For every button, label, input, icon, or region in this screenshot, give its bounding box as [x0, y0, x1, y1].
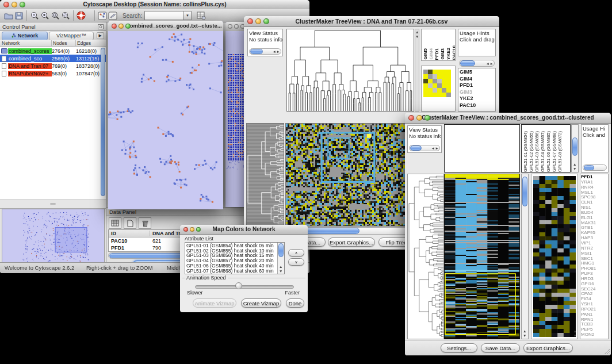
column-label[interactable]: GPL51-04 (GSM857) [540, 131, 545, 172]
zoom-button[interactable] [125, 24, 131, 29]
close-button[interactable] [112, 24, 117, 29]
column-dendrogram[interactable] [286, 29, 414, 112]
minimize-button[interactable] [255, 18, 261, 24]
gene-label[interactable]: GIM3 [460, 89, 495, 96]
animation-slider-track[interactable] [195, 285, 294, 289]
zoom-out-icon[interactable] [29, 10, 40, 21]
resize-grip-icon[interactable] [603, 348, 610, 355]
treeview-combined-titlebar[interactable]: ClusterMaker TreeView : combined_scores_… [405, 113, 611, 124]
annotation-icon[interactable] [108, 10, 118, 21]
gene-label[interactable]: MSL1 [581, 190, 607, 196]
view-status-scrollbar[interactable]: ◄► [249, 48, 281, 55]
close-button[interactable] [228, 24, 232, 29]
scroll-up-icon[interactable]: ▲ [573, 329, 577, 333]
column-tree-area[interactable] [444, 124, 520, 173]
move-up-button[interactable]: ∧ [288, 249, 304, 256]
save-session-icon[interactable] [14, 10, 24, 21]
gene-label[interactable]: YSH1 [581, 302, 607, 307]
tab-vizmapper[interactable]: VizMapper™ [49, 32, 94, 40]
export-graphics-button[interactable]: Export Graphics... [523, 343, 573, 352]
gene-label[interactable]: PUF3 [581, 271, 607, 277]
select-attributes-icon[interactable] [109, 217, 121, 229]
minimize-button[interactable] [118, 24, 124, 29]
zoom-button[interactable] [196, 227, 201, 232]
gene-label[interactable]: NIS1 [581, 205, 607, 210]
gene-label[interactable]: YRA1 [581, 180, 607, 185]
done-button[interactable]: Done [286, 298, 304, 308]
gene-label[interactable]: CPA2 [581, 292, 607, 297]
panel-splitter[interactable] [0, 200, 106, 209]
attribute-list-vscrollbar[interactable]: ▲▼ [277, 243, 284, 274]
gene-label[interactable]: PHO81 [581, 266, 607, 271]
open-session-icon[interactable] [3, 10, 14, 21]
row-dendrogram[interactable] [246, 123, 284, 227]
id-column-header[interactable]: ID [109, 231, 150, 236]
dendrogram-scroll-strip[interactable]: ▲▼ [415, 29, 419, 112]
search-dropdown-button[interactable]: ▼ [183, 11, 192, 20]
heatmap-vscrollbar[interactable]: ▲▼ [521, 174, 529, 339]
minimize-button[interactable] [416, 115, 422, 121]
settings-button[interactable]: Settings... [441, 343, 477, 352]
gene-label[interactable]: HMG1 [581, 261, 607, 266]
summary-heatmap[interactable] [423, 70, 451, 97]
export-graphics-button[interactable]: Export Graphics... [328, 237, 375, 247]
search-input[interactable] [144, 11, 183, 20]
usage-hints-scrollbar[interactable]: ◄► [459, 60, 495, 67]
save-data-button[interactable]: Save Data... [481, 343, 520, 352]
column-labels-vscrollbar[interactable]: ▲▼ [571, 124, 579, 173]
column-label[interactable]: GIM3 [440, 48, 445, 60]
row-dendrogram[interactable] [407, 174, 444, 339]
gene-label[interactable]: SPC98 [581, 195, 607, 200]
animate-vizmap-button[interactable]: Animate Vizmap [193, 298, 236, 308]
column-label[interactable]: GIM4 [429, 48, 434, 60]
gene-label[interactable]: PEP5 [581, 327, 607, 332]
treeview-dna-titlebar[interactable]: ClusterMaker TreeView : DNA and Tran 07-… [244, 16, 499, 27]
view-status-scrollbar[interactable]: ◄► [409, 145, 440, 151]
minimize-button[interactable] [234, 24, 239, 29]
close-button[interactable] [183, 227, 188, 232]
delete-attribute-icon[interactable] [139, 217, 151, 229]
gene-label[interactable]: MSI1 [581, 251, 607, 256]
zoom-button[interactable] [263, 18, 269, 24]
column-label[interactable]: PFD1 [434, 48, 439, 60]
attribute-browser-icon[interactable] [196, 10, 206, 21]
column-label[interactable]: GPL51-02 (GSM855) [529, 131, 534, 172]
gene-label[interactable]: GPI16 [581, 282, 607, 287]
column-label[interactable]: GPL51-03 (GSM856) [534, 131, 540, 172]
zoom-selected-icon[interactable] [60, 10, 71, 21]
gene-label[interactable]: KAP95 [581, 231, 607, 236]
column-label[interactable]: GIM5 [423, 48, 428, 60]
gene-label[interactable]: VIP1 [581, 241, 607, 246]
network-editor-icon[interactable] [97, 10, 108, 21]
gene-label[interactable]: MAK31 [581, 221, 607, 226]
gene-label[interactable]: NTR2 [581, 246, 607, 251]
gene-label[interactable]: SEC1 [581, 256, 607, 262]
gene-label[interactable]: TCB3 [581, 322, 607, 327]
gene-label[interactable]: MON2 [581, 332, 607, 338]
gene-label[interactable]: CLN1 [581, 200, 607, 205]
column-label[interactable]: PAC10 [452, 45, 456, 60]
network-list-row[interactable]: combined_scores 2764(0) 16218(0) [0, 47, 106, 55]
gene-label[interactable]: HRD3 [581, 277, 607, 282]
main-titlebar[interactable]: Cytoscape Desktop (Session Name: collins… [0, 0, 309, 10]
gene-label[interactable]: PFD1 [581, 175, 607, 180]
zoom-button[interactable] [424, 115, 430, 121]
zoom-fit-icon[interactable] [50, 10, 60, 21]
gene-label[interactable]: RPN1 [581, 317, 607, 323]
dialog-titlebar[interactable]: Map Colors to Network [180, 225, 308, 235]
gene-label[interactable]: PAN1 [581, 312, 607, 317]
gene-label[interactable]: RNR4 [581, 185, 607, 190]
column-label[interactable]: GPL51-01 (GSM854) [523, 131, 528, 172]
gene-label[interactable]: PFD1 [460, 82, 495, 89]
gene-label[interactable]: HAP3 [581, 236, 607, 241]
close-button[interactable] [408, 115, 414, 121]
network-list-row[interactable]: DNA and Tran 07 769(0) 183728(0) [0, 62, 106, 70]
network-overview-thumbnail[interactable] [2, 209, 105, 263]
gene-label[interactable]: BUD4 [581, 210, 607, 216]
close-button[interactable] [3, 2, 9, 7]
column-label[interactable]: GPL51-08 (GSM872) [557, 131, 563, 172]
column-label[interactable]: YKE2 [446, 48, 451, 60]
animation-slider-thumb[interactable] [235, 282, 242, 289]
gene-label[interactable]: YKE2 [460, 95, 495, 102]
gene-label[interactable]: ELG1 [581, 216, 607, 221]
